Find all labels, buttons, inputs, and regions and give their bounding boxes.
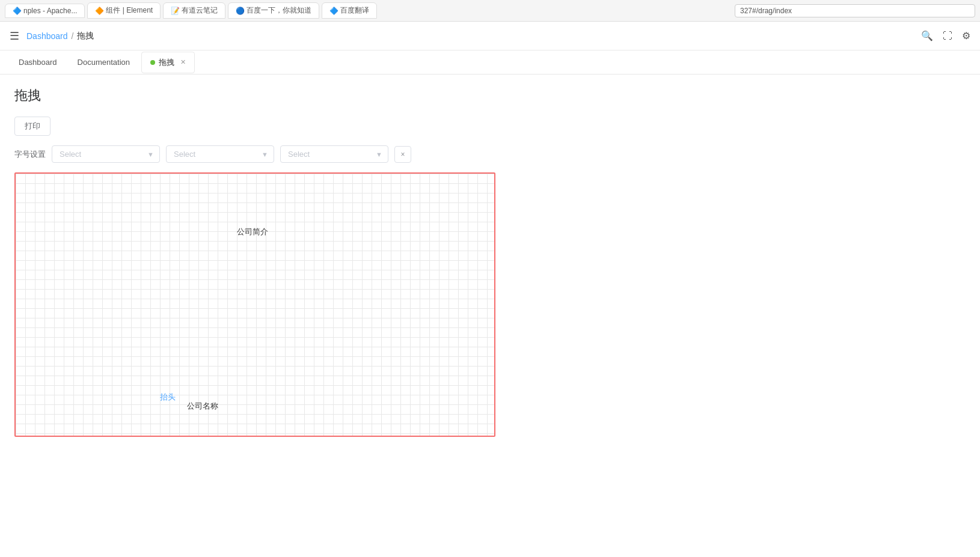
- browser-tab-baidu-translate[interactable]: 🔷 百度翻译: [322, 2, 377, 19]
- breadcrumb-home-link[interactable]: Dashboard: [26, 31, 68, 41]
- tab-documentation-label: Documentation: [78, 58, 130, 67]
- header-actions: 🔍 ⛶ ⚙: [921, 30, 970, 41]
- breadcrumb: Dashboard / 拖拽: [26, 31, 94, 41]
- clear-button[interactable]: ×: [394, 146, 411, 163]
- tab-tuozhuai-label: 拖拽: [159, 57, 174, 68]
- fullscreen-icon[interactable]: ⛶: [943, 31, 952, 41]
- browser-tab-list: 🔷 nples - Apache... 🔶 组件 | Element 📝 有道云…: [5, 2, 730, 19]
- tab-dashboard-label: Dashboard: [19, 58, 57, 67]
- tab-label-baidu-search: 百度一下，你就知道: [247, 5, 311, 16]
- tab-bar: Dashboard Documentation 拖拽 ✕: [0, 50, 980, 75]
- select1-wrapper: Select ▼: [52, 145, 160, 163]
- tab-close-icon[interactable]: ✕: [180, 58, 186, 66]
- menu-icon[interactable]: ☰: [10, 29, 19, 43]
- font-settings-row: 字号设置 Select ▼ Select ▼ Select ▼ ×: [14, 145, 966, 163]
- page-content: 拖拽 打印 字号设置 Select ▼ Select ▼ Select ▼ ×: [0, 75, 980, 449]
- tab-favicon-baidu-translate: 🔷: [329, 7, 338, 15]
- canvas-header-label: 抬头: [160, 392, 176, 403]
- tab-favicon-baidu-search: 🔵: [236, 7, 244, 15]
- browser-tab-element[interactable]: 🔶 组件 | Element: [87, 2, 161, 19]
- drag-canvas[interactable]: 公司简介 抬头 公司名称: [14, 172, 495, 437]
- select3-dropdown[interactable]: Select: [280, 145, 388, 163]
- tab-documentation[interactable]: Documentation: [69, 52, 139, 73]
- browser-tab-youdao[interactable]: 📝 有道云笔记: [163, 2, 225, 19]
- tab-active-dot: [150, 60, 155, 65]
- browser-chrome: 🔷 nples - Apache... 🔶 组件 | Element 📝 有道云…: [0, 0, 980, 22]
- tab-label-youdao: 有道云笔记: [182, 5, 218, 16]
- tab-favicon-element: 🔶: [95, 7, 103, 15]
- font-settings-label: 字号设置: [14, 149, 46, 160]
- browser-tab-nples[interactable]: 🔷 nples - Apache...: [5, 4, 85, 18]
- search-icon[interactable]: 🔍: [921, 30, 933, 41]
- select2-dropdown[interactable]: Select: [166, 145, 274, 163]
- print-button[interactable]: 打印: [14, 117, 51, 136]
- breadcrumb-current: 拖拽: [77, 31, 94, 41]
- tab-tuozhuai[interactable]: 拖拽 ✕: [141, 52, 195, 73]
- canvas-company-name-label: 公司名称: [187, 401, 218, 412]
- canvas-company-intro-label: 公司简介: [237, 227, 268, 237]
- tab-label-element: 组件 | Element: [106, 5, 153, 16]
- tab-favicon-nples: 🔷: [13, 7, 21, 15]
- tab-label-baidu-translate: 百度翻译: [340, 5, 369, 16]
- tab-label-nples: nples - Apache...: [23, 7, 77, 15]
- toolbar: 打印: [14, 117, 966, 136]
- page-title: 拖拽: [14, 87, 966, 105]
- tab-favicon-youdao: 📝: [171, 7, 179, 15]
- breadcrumb-separator: /: [72, 31, 74, 41]
- app-header: ☰ Dashboard / 拖拽 🔍 ⛶ ⚙: [0, 22, 980, 50]
- browser-tab-baidu-search[interactable]: 🔵 百度一下，你就知道: [228, 2, 319, 19]
- url-bar[interactable]: [735, 4, 975, 17]
- select2-wrapper: Select ▼: [166, 145, 274, 163]
- clear-icon: ×: [400, 150, 405, 159]
- select3-wrapper: Select ▼: [280, 145, 388, 163]
- select1-dropdown[interactable]: Select: [52, 145, 160, 163]
- tab-dashboard[interactable]: Dashboard: [10, 52, 66, 73]
- settings-icon[interactable]: ⚙: [962, 30, 970, 41]
